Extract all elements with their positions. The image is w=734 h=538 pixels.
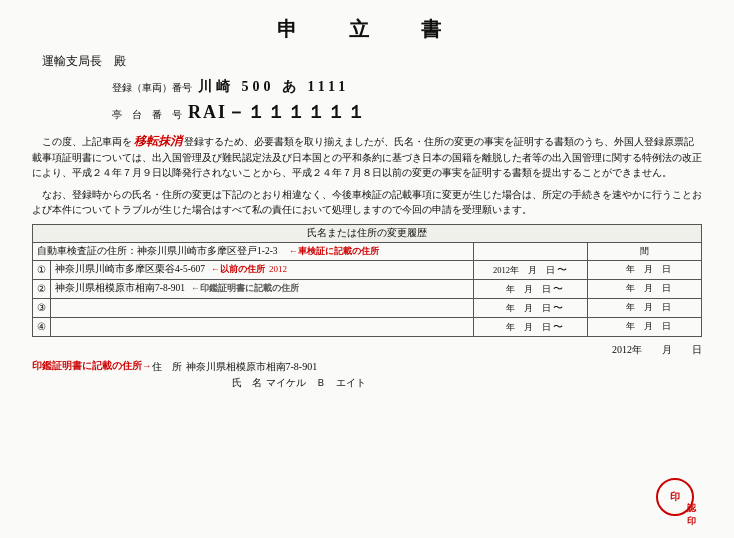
table-row-date-from-1: 年 月 日 〜 bbox=[473, 279, 587, 298]
registration-row: 登録（車両）番号 川崎 500 あ 1111 bbox=[112, 78, 702, 96]
bottom-section: 2012年 月 日 印鑑証明書に記載の住所→ 住 所 神奈川県相模原市相南7-8… bbox=[32, 343, 702, 390]
cancel-stamp-text: 移転抹消 bbox=[134, 134, 182, 148]
bottom-date: 2012年 月 日 bbox=[612, 344, 702, 355]
registration-value: 川崎 500 あ 1111 bbox=[198, 78, 349, 96]
year-note-0: 2012 bbox=[269, 264, 287, 274]
table-period-end-label: 間 bbox=[587, 242, 701, 260]
table-row-num-3: ④ bbox=[33, 317, 51, 336]
address-row: 印鑑証明書に記載の住所→ 住 所 神奈川県相模原市相南7-8-901 bbox=[32, 360, 702, 374]
date-stamp-row: 2012年 月 日 bbox=[32, 343, 702, 357]
name-row: 氏 名 マイケル Ｂ エイト bbox=[32, 376, 702, 390]
recipient-line: 運輸支局長 殿 bbox=[42, 53, 702, 70]
table-row-addr-1: 神奈川県相模原市相南7-8-901←印鑑証明書に記載の住所 bbox=[51, 279, 474, 298]
table-row-addr-3 bbox=[51, 317, 474, 336]
body-text-start: この度、上記車両を bbox=[42, 137, 132, 147]
address-annotation-0: ←以前の住所 bbox=[211, 264, 265, 274]
name-value: マイケル Ｂ エイト bbox=[266, 376, 366, 390]
table-sub-header-addr: 自動車検査証の住所：神奈川県川崎市多摩区登戸1-2-3 ←車検証に記載の住所 bbox=[33, 242, 474, 260]
table-row-addr-0: 神奈川県川崎市多摩区栗谷4-5-607←以前の住所2012 bbox=[51, 260, 474, 279]
address-text-0: 神奈川県川崎市多摩区栗谷4-5-607 bbox=[55, 264, 205, 274]
table-row-addr-2 bbox=[51, 298, 474, 317]
document-page: 申 立 書 運輸支局長 殿 登録（車両）番号 川崎 500 あ 1111 亭 台… bbox=[0, 0, 734, 538]
table-header: 氏名または住所の変更履歴 bbox=[33, 224, 702, 242]
vehicle-address-label: 自動車検査証の住所：神奈川県川崎市多摩区登戸1-2-3 bbox=[37, 246, 278, 256]
body-text-continued: 登録するため、必要書類を取り揃えましたが、氏名・住所の変更の事実を証明する書類の… bbox=[32, 137, 702, 178]
table-row-date-to-1: 年 月 日 bbox=[587, 279, 701, 298]
seal-circle-text: 印 bbox=[670, 490, 680, 504]
body-paragraph-2: なお、登録時からの氏名・住所の変更は下記のとおり相違なく、今後車検証の記載事項に… bbox=[32, 188, 702, 218]
body-paragraph-1: この度、上記車両を 移転抹消 登録するため、必要書類を取り揃えましたが、氏名・住… bbox=[32, 132, 702, 182]
name-label: 氏 名 bbox=[232, 376, 262, 390]
plate-number-row: 亭 台 番 号 RAI－１１１１１１ bbox=[112, 100, 702, 124]
seal-label: 認印 bbox=[687, 502, 696, 528]
table-row-num-1: ② bbox=[33, 279, 51, 298]
table-period-label bbox=[473, 242, 587, 260]
table-row-date-from-3: 年 月 日 〜 bbox=[473, 317, 587, 336]
table-row-date-from-2: 年 月 日 〜 bbox=[473, 298, 587, 317]
table-row-num-2: ③ bbox=[33, 298, 51, 317]
registration-label: 登録（車両）番号 bbox=[112, 81, 192, 95]
document-title: 申 立 書 bbox=[32, 16, 702, 43]
plate-label: 亭 台 番 号 bbox=[112, 108, 182, 122]
table-row-date-to-2: 年 月 日 bbox=[587, 298, 701, 317]
address-annotation: 印鑑証明書に記載の住所→ bbox=[32, 360, 152, 373]
address-history-table: 氏名または住所の変更履歴 自動車検査証の住所：神奈川県川崎市多摩区登戸1-2-3… bbox=[32, 224, 702, 337]
address-annotation-1: ←印鑑証明書に記載の住所 bbox=[191, 283, 299, 293]
address-text-1: 神奈川県相模原市相南7-8-901 bbox=[55, 283, 185, 293]
table-row-num-0: ① bbox=[33, 260, 51, 279]
table-row-date-to-3: 年 月 日 bbox=[587, 317, 701, 336]
plate-value: RAI－１１１１１１ bbox=[188, 100, 367, 124]
address-value: 神奈川県相模原市相南7-8-901 bbox=[186, 360, 318, 374]
table-row-date-to-0: 年 月 日 bbox=[587, 260, 701, 279]
vehicle-address-annotation: ←車検証に記載の住所 bbox=[280, 246, 379, 256]
address-label: 住 所 bbox=[152, 360, 182, 374]
table-row-date-from-0: 2012年 月 日 〜 bbox=[473, 260, 587, 279]
